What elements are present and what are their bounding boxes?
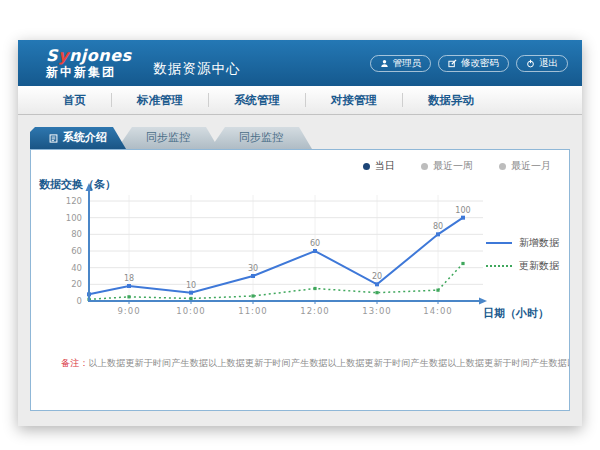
radio-unselected-icon: [421, 163, 428, 170]
footer-note: 备注：以上数据更新于时间产生数据以上数据更新于时间产生数据以上数据更新于时间产生…: [61, 357, 569, 370]
current-user-label: 管理员: [393, 57, 422, 70]
data-point: [436, 289, 439, 292]
legend-label: 更新数据: [519, 259, 559, 273]
radio-unselected-icon: [499, 163, 506, 170]
filter-last-month[interactable]: 最近一月: [499, 159, 551, 173]
data-point-label: 30: [248, 264, 258, 273]
tab-sync-monitor-2[interactable]: 同步监控: [210, 127, 312, 149]
content-area: 系统介绍 同步监控 同步监控 当日 最近一周: [18, 115, 582, 411]
filter-last-week[interactable]: 最近一周: [421, 159, 473, 173]
current-user-button[interactable]: 管理员: [370, 55, 432, 72]
filter-label: 当日: [375, 159, 395, 173]
brand-pre: S: [46, 46, 58, 65]
nav-item-home[interactable]: 首页: [38, 93, 112, 107]
logout-label: 退出: [539, 57, 558, 70]
data-point: [313, 249, 317, 253]
data-point: [461, 262, 464, 265]
x-axis-label: 日期（小时）: [483, 307, 549, 320]
data-point-label: 20: [372, 272, 382, 281]
y-tick-label: 20: [71, 279, 82, 289]
x-tick-label: 9:00: [117, 306, 140, 316]
y-tick-label: 120: [66, 196, 82, 206]
data-point: [461, 216, 465, 220]
note-text: 以上数据更新于时间产生数据以上数据更新于时间产生数据以上数据更新于时间产生数据以…: [89, 358, 569, 368]
time-range-filters: 当日 最近一周 最近一月: [31, 150, 569, 173]
data-point: [251, 274, 255, 278]
tab-document-icon: [49, 134, 58, 143]
filter-label: 最近一月: [511, 159, 551, 173]
data-point: [127, 295, 130, 298]
x-tick-label: 14:00: [423, 306, 453, 316]
data-point-label: 18: [124, 274, 134, 283]
data-point-label: 80: [433, 222, 443, 231]
tab-label: 系统介绍: [63, 127, 107, 149]
y-tick-label: 0: [77, 296, 82, 306]
x-axis-arrow-icon: [479, 298, 487, 305]
y-tick-label: 80: [71, 229, 82, 239]
power-icon: [526, 59, 535, 68]
nav-item-standard-management[interactable]: 标准管理: [112, 93, 209, 107]
data-point: [436, 232, 440, 236]
nav-item-data-change[interactable]: 数据异动: [403, 93, 499, 107]
tab-label: 同步监控: [146, 131, 190, 144]
note-prefix: 备注：: [61, 358, 89, 368]
legend-dotted-line-sample: [486, 265, 512, 267]
change-password-button[interactable]: 修改密码: [438, 55, 509, 72]
brand-post: njones: [69, 46, 132, 65]
app-title: 数据资源中心: [154, 60, 241, 78]
x-tick-label: 13:00: [362, 306, 392, 316]
data-point: [375, 282, 379, 286]
app-window: Synjones 新中新集团 数据资源中心 管理员 修改密码: [18, 40, 582, 426]
tab-bar: 系统介绍 同步监控 同步监控: [30, 127, 582, 149]
data-point-label: 10: [186, 281, 196, 290]
main-nav: 首页 标准管理 系统管理 对接管理 数据异动: [18, 86, 582, 115]
brand-accent: y: [58, 46, 69, 65]
filter-label: 最近一周: [433, 159, 473, 173]
tab-system-intro[interactable]: 系统介绍: [30, 127, 126, 149]
data-point: [375, 291, 378, 294]
series-line: [89, 218, 463, 295]
filter-today[interactable]: 当日: [363, 159, 395, 173]
nav-item-system-management[interactable]: 系统管理: [209, 93, 306, 107]
brand-name: Synjones: [46, 48, 132, 64]
tab-sync-monitor-1[interactable]: 同步监控: [117, 127, 219, 149]
y-tick-label: 100: [66, 213, 82, 223]
legend-label: 新增数据: [519, 236, 559, 250]
chart-panel: 当日 最近一周 最近一月 0204060801001209:0010:0011:…: [30, 149, 570, 411]
company-logo: Synjones 新中新集团: [46, 48, 132, 78]
chart-legend: 新增数据 更新数据: [486, 236, 559, 273]
user-icon: [380, 59, 389, 68]
legend-item-new-data: 新增数据: [486, 236, 559, 250]
user-menu: 管理员 修改密码 退出: [370, 55, 569, 72]
edit-icon: [448, 59, 457, 68]
y-tick-label: 60: [71, 246, 82, 256]
data-point: [127, 284, 131, 288]
y-tick-label: 40: [71, 263, 82, 273]
legend-item-updated-data: 更新数据: [486, 259, 559, 273]
change-password-label: 修改密码: [461, 57, 499, 70]
x-tick-label: 10:00: [176, 306, 206, 316]
app-header: Synjones 新中新集团 数据资源中心 管理员 修改密码: [18, 40, 582, 86]
data-point: [189, 291, 193, 295]
data-point: [189, 297, 192, 300]
y-axis-label: 数据交换（条）: [38, 178, 116, 191]
data-point: [251, 294, 254, 297]
tab-label: 同步监控: [239, 131, 283, 144]
nav-item-docking-management[interactable]: 对接管理: [306, 93, 403, 107]
x-tick-label: 12:00: [300, 306, 330, 316]
logout-button[interactable]: 退出: [516, 55, 568, 72]
radio-selected-icon: [363, 163, 370, 170]
data-point-label: 60: [310, 239, 320, 248]
company-name: 新中新集团: [46, 66, 132, 78]
data-point-label: 100: [455, 206, 470, 215]
series-line: [89, 264, 463, 300]
data-point: [313, 287, 316, 290]
x-tick-label: 11:00: [238, 306, 268, 316]
legend-solid-line-sample: [486, 242, 512, 244]
